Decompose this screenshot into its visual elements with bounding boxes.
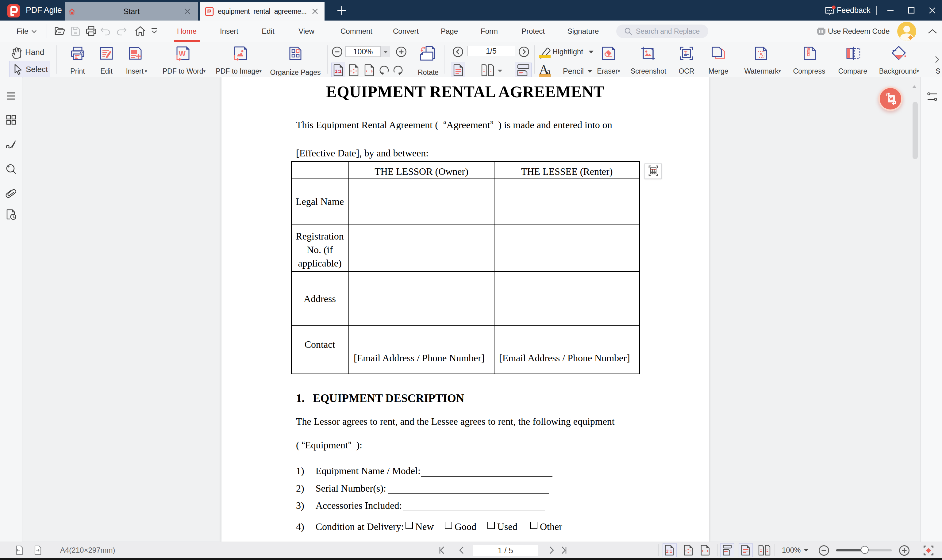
svg-text:1:1: 1:1 bbox=[666, 549, 672, 554]
svg-text:W: W bbox=[179, 49, 186, 58]
svg-text:1:1: 1:1 bbox=[335, 68, 342, 74]
